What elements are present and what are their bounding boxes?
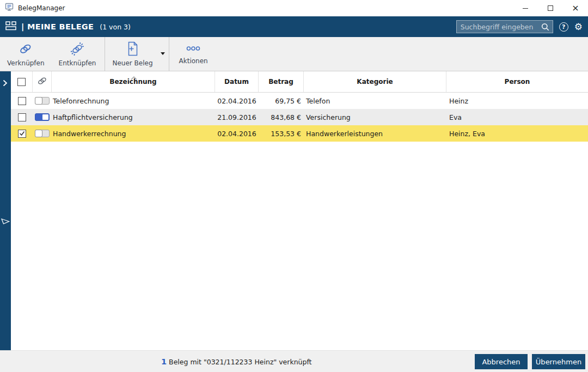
search-icon[interactable] (538, 21, 553, 33)
aktionen-button[interactable]: Aktionen (169, 37, 218, 71)
row-checkbox-checked[interactable] (18, 130, 26, 138)
cancel-button[interactable]: Abbrechen (475, 354, 528, 369)
three-dots-icon (186, 43, 200, 54)
toolbar: Verknüpfen Entknüpfen (0, 37, 588, 71)
minimize-icon (523, 8, 528, 9)
cell-person: Heinz (446, 93, 588, 109)
column-header-person[interactable]: Person (446, 71, 588, 92)
status-count: 1 (161, 357, 167, 366)
header-actions: ? ⚙ (456, 20, 583, 33)
entknuepfen-button[interactable]: Entknüpfen (52, 37, 103, 71)
row-checkbox[interactable] (18, 97, 26, 105)
cell-betrag: 843,68 € (259, 109, 304, 125)
chain-link-icon (19, 41, 33, 56)
verknuepfen-button[interactable]: Verknüpfen (0, 37, 52, 71)
window-title: BelegManager (18, 4, 65, 12)
verknuepfen-label: Verknüpfen (7, 59, 45, 67)
link-toggle[interactable] (35, 97, 50, 105)
chevron-right-icon[interactable] (3, 78, 8, 89)
toggle-knob (35, 97, 42, 105)
chevron-down-icon[interactable] (161, 52, 165, 55)
cell-datum: 21.09.2016 (215, 109, 259, 125)
cell-kategorie: Telefon (304, 93, 446, 109)
table-row-selected[interactable]: Handwerkerrechnung 02.04.2016 153,53 € H… (11, 125, 588, 142)
table-header: Bezeichnung Datum Betrag Kategorie Perso… (11, 71, 588, 93)
table-row[interactable]: Haftpflichtversicherung 21.09.2016 843,6… (11, 109, 588, 125)
minimize-button[interactable] (513, 0, 538, 16)
cell-bezeichnung: Haftpflichtversicherung (52, 109, 215, 125)
app-window: BelegManager × | MEINE BELEGE (1 von 3) (0, 0, 588, 372)
page-title: | MEINE BELEGE (21, 22, 94, 31)
cell-person: Eva (446, 109, 588, 125)
help-icon[interactable]: ? (559, 22, 568, 32)
close-button[interactable]: × (563, 0, 588, 16)
status-bar: 1Beleg mit "0321/112233 Heinz" verknüpft… (0, 350, 588, 372)
window-controls: × (513, 0, 588, 16)
document-plus-icon (126, 41, 139, 56)
neuer-beleg-button[interactable]: Neuer Beleg (105, 37, 160, 71)
chain-link-icon (37, 76, 47, 87)
left-rail (0, 71, 11, 350)
link-toggle-cell (33, 109, 52, 125)
app-icon (5, 3, 14, 14)
maximize-icon (548, 5, 553, 11)
cell-datum: 02.04.2016 (215, 93, 259, 109)
toggle-knob (42, 114, 48, 120)
row-checkbox-cell (11, 125, 33, 142)
cell-datum: 02.04.2016 (215, 125, 259, 142)
chain-unlink-icon (70, 41, 85, 56)
status-message: 1Beleg mit "0321/112233 Heinz" verknüpft (161, 357, 312, 366)
search-input[interactable] (457, 23, 538, 31)
aktionen-label: Aktionen (179, 57, 208, 65)
toggle-knob (35, 130, 42, 137)
maximize-button[interactable] (538, 0, 563, 16)
link-toggle[interactable] (35, 113, 50, 121)
column-header-kategorie[interactable]: Kategorie (304, 71, 446, 92)
status-message-text: Beleg mit "0321/112233 Heinz" verknüpft (169, 358, 311, 366)
column-header-datum[interactable]: Datum (215, 71, 259, 92)
page-count: (1 von 3) (100, 23, 131, 31)
neuer-beleg-label: Neuer Beleg (112, 59, 152, 67)
cell-betrag: 153,53 € (259, 125, 304, 142)
neuer-beleg-group: Neuer Beleg (105, 37, 169, 71)
link-toggle[interactable] (35, 130, 50, 137)
row-checkbox[interactable] (18, 113, 26, 121)
select-all-checkbox[interactable] (17, 78, 26, 86)
cell-kategorie: Versicherung (304, 109, 446, 125)
link-toggle-cell (33, 93, 52, 109)
content-area: Bezeichnung Datum Betrag Kategorie Perso… (0, 71, 588, 350)
cell-kategorie: Handwerkerleistungen (304, 125, 446, 142)
cell-betrag: 69,75 € (259, 93, 304, 109)
titlebar: BelegManager × (0, 0, 588, 16)
close-icon: × (572, 4, 579, 13)
link-column-header[interactable] (33, 71, 52, 92)
chevron-up-icon (131, 72, 137, 82)
app-header: | MEINE BELEGE (1 von 3) ? ⚙ (0, 16, 588, 37)
table-area: Bezeichnung Datum Betrag Kategorie Perso… (11, 71, 588, 350)
cell-bezeichnung: Handwerkerrechnung (52, 125, 215, 142)
select-all-cell (11, 71, 33, 92)
search-box (456, 20, 553, 33)
link-toggle-cell (33, 125, 52, 142)
cell-person: Heinz, Eva (446, 125, 588, 142)
gear-icon[interactable]: ⚙ (574, 22, 583, 32)
arrow-pointer-icon[interactable] (1, 216, 10, 228)
apply-button[interactable]: Übernehmen (532, 354, 585, 369)
row-checkbox-cell (11, 93, 33, 109)
layout-grid-icon[interactable] (5, 21, 16, 33)
entknuepfen-label: Entknüpfen (59, 59, 96, 67)
table-row[interactable]: Telefonrechnung 02.04.2016 69,75 € Telef… (11, 93, 588, 109)
column-header-betrag[interactable]: Betrag (259, 71, 304, 92)
row-checkbox-cell (11, 109, 33, 125)
cell-bezeichnung: Telefonrechnung (52, 93, 215, 109)
